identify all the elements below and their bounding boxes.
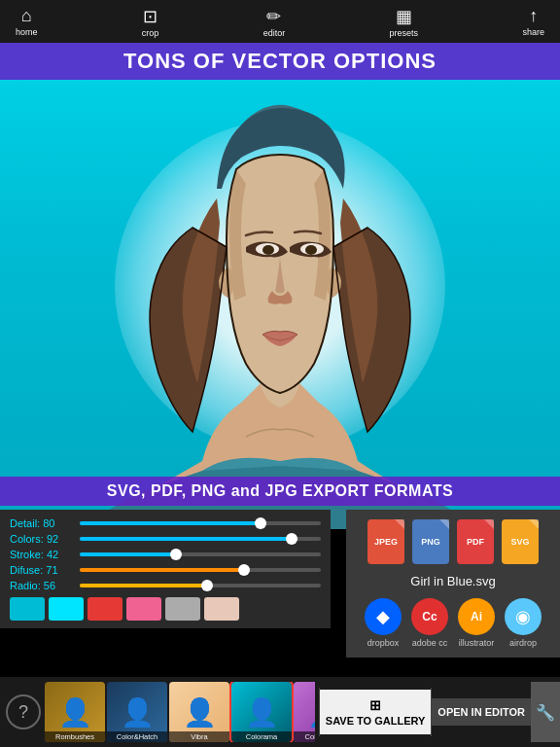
- bottom-bar: ? 👤 Rombushes 👤 Color&Hatch 👤 Vibra 👤 Co…: [0, 677, 560, 747]
- controls-panel: Detail: 80 Colors: 92 Stroke: 42 Difuse:…: [0, 510, 331, 628]
- slider-difuse: Difuse: 71: [10, 564, 321, 576]
- editor-icon: ✏: [266, 6, 281, 27]
- thumb-label-colorama2: Colorama II: [294, 731, 315, 742]
- file-icon-svg-box: SVG: [502, 519, 539, 564]
- crop-icon: ⊡: [143, 6, 158, 27]
- toolbar-crop[interactable]: ⊡ crop: [142, 6, 159, 38]
- swatch-gray[interactable]: [165, 597, 200, 621]
- slider-stroke-label: Stroke: 42: [10, 549, 80, 560]
- thumbnail-strip: 👤 Rombushes 👤 Color&Hatch 👤 Vibra 👤 Colo…: [45, 682, 315, 742]
- swatch-skin[interactable]: [204, 597, 239, 621]
- slider-difuse-track[interactable]: [80, 568, 321, 572]
- toolbar: ⌂ home ⊡ crop ✏ editor ▦ presets ↑ share: [0, 0, 560, 43]
- open-in-editor-button[interactable]: OPEN IN EDITOR: [432, 698, 531, 726]
- thumbnail-colorama2[interactable]: 👤 Colorama II: [294, 682, 315, 742]
- slider-colors-fill: [80, 537, 292, 541]
- thumb-label-colorama: Colorama: [231, 731, 292, 742]
- presets-icon: ▦: [396, 6, 412, 27]
- top-banner-text: TONS OF VECTOR OPTIONS: [123, 49, 437, 73]
- share-icon: ↑: [529, 6, 538, 26]
- thumbnail-colorama[interactable]: 👤 Colorama: [231, 682, 292, 742]
- thumbnail-vibra[interactable]: 👤 Vibra: [169, 682, 229, 742]
- adobe-cc-label: adobe cc: [412, 638, 448, 648]
- file-icon-jpeg[interactable]: JPEG: [368, 519, 404, 564]
- slider-radio-fill: [80, 584, 207, 587]
- save-gallery-icon: ⊞: [369, 697, 381, 713]
- slider-colors-thumb: [286, 533, 298, 545]
- toolbar-presets-label: presets: [390, 28, 419, 38]
- adobe-cc-icon: Cc: [411, 598, 448, 635]
- swatch-teal[interactable]: [10, 597, 45, 621]
- thumb-label-vibra: Vibra: [169, 731, 229, 742]
- slider-detail-track[interactable]: [80, 521, 321, 525]
- main-image-area: [0, 43, 560, 529]
- wrench-icon: 🔧: [536, 703, 555, 722]
- slider-difuse-thumb: [238, 564, 250, 576]
- bottom-banner-text: SVG, PDF, PNG and JPG EXPORT FORMATS: [107, 482, 453, 499]
- share-illustrator[interactable]: Ai illustrator: [458, 598, 495, 648]
- swatch-pink[interactable]: [126, 597, 161, 621]
- toolbar-share[interactable]: ↑ share: [522, 6, 544, 37]
- slider-colors-label: Colors: 92: [10, 533, 80, 545]
- dropbox-label: dropbox: [368, 638, 400, 648]
- slider-radio-label: Radio: 56: [10, 580, 80, 591]
- slider-stroke: Stroke: 42: [10, 549, 321, 560]
- top-banner: TONS OF VECTOR OPTIONS: [0, 43, 560, 80]
- save-gallery-label: SAVE TO GALLERY: [326, 715, 425, 727]
- slider-detail-thumb: [255, 517, 266, 529]
- share-icons-row: ◆ dropbox Cc adobe cc Ai illustrator ◉ a…: [356, 598, 550, 648]
- toolbar-share-label: share: [522, 27, 544, 37]
- thumb-label-rombushes: Rombushes: [45, 731, 105, 742]
- file-icon-pdf-box: PDF: [457, 519, 494, 564]
- share-airdrop[interactable]: ◉ airdrop: [505, 598, 542, 648]
- slider-radio-thumb: [201, 580, 213, 591]
- svg-point-3: [305, 245, 317, 255]
- home-icon: ⌂: [21, 6, 32, 26]
- bottom-banner: SVG, PDF, PNG and JPG EXPORT FORMATS: [0, 477, 560, 506]
- slider-stroke-fill: [80, 552, 176, 556]
- file-icon-jpeg-box: JPEG: [368, 519, 404, 564]
- slider-detail-label: Detail: 80: [10, 517, 80, 529]
- toolbar-presets[interactable]: ▦ presets: [390, 6, 419, 38]
- thumbnail-rombushes[interactable]: 👤 Rombushes: [45, 682, 105, 742]
- slider-radio-track[interactable]: [80, 584, 321, 587]
- toolbar-home-label: home: [16, 27, 38, 37]
- save-to-gallery-button[interactable]: ⊞ SAVE TO GALLERY: [320, 690, 431, 734]
- slider-stroke-thumb: [170, 549, 182, 560]
- file-icon-svg[interactable]: SVG: [502, 519, 539, 564]
- thumbnail-colorhatch[interactable]: 👤 Color&Hatch: [107, 682, 167, 742]
- file-icons-row: JPEG PNG PDF SVG: [356, 519, 550, 564]
- svg-point-2: [262, 245, 274, 255]
- swatch-red[interactable]: [88, 597, 122, 621]
- help-button[interactable]: ?: [6, 694, 41, 729]
- slider-stroke-track[interactable]: [80, 552, 321, 556]
- airdrop-icon: ◉: [505, 598, 542, 635]
- slider-difuse-fill: [80, 568, 244, 572]
- file-icon-png[interactable]: PNG: [412, 519, 449, 564]
- share-adobe-cc[interactable]: Cc adobe cc: [411, 598, 448, 648]
- file-name: Girl in Blue.svg: [356, 574, 550, 588]
- toolbar-crop-label: crop: [142, 28, 159, 38]
- vector-face-art: [76, 53, 484, 529]
- illustrator-icon: Ai: [458, 598, 495, 635]
- share-dropbox[interactable]: ◆ dropbox: [365, 598, 402, 648]
- swatch-cyan[interactable]: [49, 597, 84, 621]
- wrench-button[interactable]: 🔧: [531, 682, 560, 742]
- slider-difuse-label: Difuse: 71: [10, 564, 80, 576]
- slider-detail: Detail: 80: [10, 517, 321, 529]
- color-swatches: [10, 597, 321, 621]
- toolbar-editor-label: editor: [263, 28, 286, 38]
- illustrator-label: illustrator: [459, 638, 495, 648]
- slider-detail-fill: [80, 521, 261, 525]
- airdrop-label: airdrop: [509, 638, 537, 648]
- dropbox-icon: ◆: [365, 598, 402, 635]
- file-panel: JPEG PNG PDF SVG Girl in Blue.svg ◆ drop…: [346, 510, 560, 658]
- slider-radio: Radio: 56: [10, 580, 321, 591]
- slider-colors: Colors: 92: [10, 533, 321, 545]
- file-icon-pdf[interactable]: PDF: [457, 519, 494, 564]
- toolbar-home[interactable]: ⌂ home: [16, 6, 38, 37]
- slider-colors-track[interactable]: [80, 537, 321, 541]
- thumb-label-colorhatch: Color&Hatch: [107, 731, 167, 742]
- toolbar-editor[interactable]: ✏ editor: [263, 6, 286, 38]
- file-icon-png-box: PNG: [412, 519, 449, 564]
